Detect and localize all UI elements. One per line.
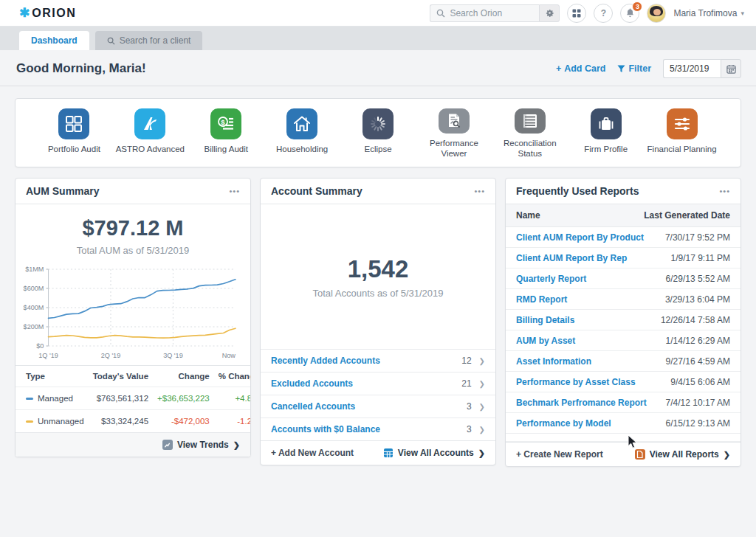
- search-input[interactable]: [450, 8, 531, 18]
- svg-text:$200M: $200M: [24, 323, 44, 330]
- app-label: Eclipse: [364, 145, 391, 155]
- view-trends-button[interactable]: View Trends ❯: [162, 440, 240, 450]
- report-row[interactable]: Quarterly Report 6/29/13 5:52 AM: [506, 268, 740, 289]
- tab-bar: Dashboard Search for a client: [0, 27, 756, 50]
- list-item-label: Excluded Accounts: [271, 378, 353, 389]
- add-card-button[interactable]: + Add Card: [556, 63, 606, 74]
- date-input[interactable]: [663, 59, 721, 78]
- plus-icon: +: [556, 63, 561, 74]
- report-date: 1/14/12 6:29 AM: [666, 336, 730, 346]
- app-householding[interactable]: Householding: [264, 108, 340, 159]
- app-reconciliation-status[interactable]: Reconciliation Status: [492, 108, 568, 159]
- card-menu-button[interactable]: •••: [719, 187, 730, 195]
- view-all-accounts-button[interactable]: View All Accounts ❯: [383, 448, 485, 458]
- app-billing-audit[interactable]: $ Billing Audit: [188, 108, 264, 159]
- app-label: Performance Viewer: [416, 139, 492, 159]
- report-date: 7/4/12 10:17 AM: [666, 398, 730, 408]
- report-link: Performance by Asset Class: [516, 377, 636, 387]
- search-icon: [436, 9, 445, 18]
- row-type: Unmanaged: [38, 417, 84, 426]
- global-search: [430, 4, 560, 22]
- report-row[interactable]: Performance by Model 6/15/12 9:13 AM: [506, 413, 740, 434]
- report-date: 9/4/15 6:06 AM: [670, 377, 730, 387]
- app-portfolio-audit[interactable]: Portfolio Audit: [36, 108, 112, 159]
- report-link: Asset Information: [516, 356, 591, 367]
- aum-subtitle: Total AUM as of 5/31/2019: [16, 245, 250, 256]
- app-astro-advanced[interactable]: ASTRO Advanced: [112, 108, 188, 159]
- card-title: Account Summary: [271, 185, 362, 197]
- search-settings-button[interactable]: [539, 4, 560, 22]
- app-eclipse[interactable]: Eclipse: [340, 108, 416, 159]
- report-row[interactable]: Asset Information 9/27/16 4:59 AM: [506, 351, 740, 372]
- list-item-count: 3: [467, 401, 472, 412]
- help-button[interactable]: ?: [594, 4, 613, 23]
- list-item-zero-balance[interactable]: Accounts with $0 Balance 3 ❯: [261, 418, 495, 440]
- row-pct: +4.8%: [214, 387, 251, 410]
- apps-grid-icon: [572, 9, 581, 18]
- svg-text:$: $: [221, 118, 226, 126]
- report-date: 3/29/13 6:04 PM: [665, 294, 730, 305]
- list-item-cancelled[interactable]: Cancelled Accounts 3 ❯: [261, 395, 495, 418]
- calendar-button[interactable]: [721, 59, 741, 78]
- report-row[interactable]: Client AUM Report By Rep 1/9/17 9:11 PM: [506, 248, 740, 268]
- notifications-button[interactable]: 3: [620, 4, 639, 23]
- app-label: Portfolio Audit: [48, 145, 100, 155]
- tab-dashboard-label: Dashboard: [31, 35, 78, 46]
- financial-planning-icon: [667, 108, 698, 139]
- eclipse-icon: [362, 108, 394, 139]
- report-link: AUM by Asset: [516, 336, 575, 346]
- report-date: 12/26/14 7:58 AM: [661, 315, 730, 325]
- report-date: 6/15/12 9:13 AM: [666, 418, 730, 429]
- app-performance-viewer[interactable]: Performance Viewer: [416, 108, 492, 159]
- astro-advanced-icon: [134, 108, 165, 139]
- unmanaged-series-swatch: [26, 420, 33, 423]
- search-icon: [107, 37, 115, 45]
- report-row[interactable]: Client AUM Report By Product 7/30/17 9:5…: [506, 227, 740, 248]
- list-item-excluded[interactable]: Excluded Accounts 21 ❯: [261, 372, 495, 395]
- report-row[interactable]: RMD Report 3/29/13 6:04 PM: [506, 289, 740, 310]
- report-link: Quarterly Report: [516, 274, 586, 284]
- filter-button[interactable]: Filter: [617, 63, 651, 74]
- report-row[interactable]: AUM by Asset 1/14/12 6:29 AM: [506, 330, 740, 351]
- trend-chart-icon: [162, 440, 173, 450]
- list-item-recently-added[interactable]: Recently Added Accounts 12 ❯: [261, 349, 495, 372]
- reconciliation-status-icon: [515, 108, 546, 134]
- portfolio-audit-icon: [58, 108, 89, 139]
- app-launcher-card: Portfolio Audit ASTRO Advanced $ Billing…: [15, 98, 741, 167]
- tab-client-search[interactable]: Search for a client: [95, 31, 203, 50]
- card-menu-button[interactable]: •••: [229, 187, 240, 195]
- account-summary-card: Account Summary ••• 1,542 Total Accounts…: [260, 178, 496, 465]
- view-all-reports-button[interactable]: View All Reports ❯: [635, 449, 730, 460]
- table-row-unmanaged: Unmanaged $33,324,245 -$472,003 -1.2%: [16, 410, 251, 433]
- chevron-right-icon: ❯: [479, 380, 485, 388]
- col-header-value: Today's Value: [89, 366, 153, 387]
- report-row[interactable]: Billing Details 12/26/14 7:58 AM: [506, 310, 740, 330]
- list-item-label: Cancelled Accounts: [271, 401, 355, 412]
- accounts-grid-icon: [383, 448, 394, 458]
- svg-text:2Q '19: 2Q '19: [101, 352, 121, 359]
- app-label: Householding: [276, 145, 328, 155]
- add-new-account-button[interactable]: + Add New Account: [271, 448, 354, 458]
- notification-badge: 3: [632, 1, 642, 12]
- tab-dashboard[interactable]: Dashboard: [19, 31, 89, 50]
- app-firm-profile[interactable]: Firm Profile: [568, 108, 644, 159]
- create-new-report-button[interactable]: + Create New Report: [516, 449, 603, 460]
- logo-text: ORION: [32, 7, 76, 20]
- view-all-reports-label: View All Reports: [650, 449, 719, 460]
- col-header-pct: % Change: [214, 366, 251, 387]
- user-avatar[interactable]: [647, 4, 666, 23]
- report-row[interactable]: Bechmark Perfromance Report 7/4/12 10:17…: [506, 392, 740, 413]
- list-item-label: Accounts with $0 Balance: [271, 424, 380, 434]
- col-header-type: Type: [16, 366, 89, 387]
- report-date: 7/30/17 9:52 PM: [665, 232, 730, 243]
- svg-text:$1MM: $1MM: [25, 266, 44, 273]
- search-field-wrap: [430, 4, 539, 22]
- list-item-count: 12: [461, 356, 471, 366]
- svg-text:1Q '19: 1Q '19: [38, 352, 58, 359]
- chevron-right-icon: ❯: [479, 357, 485, 365]
- card-menu-button[interactable]: •••: [474, 187, 485, 195]
- app-financial-planning[interactable]: Financial Planning: [644, 108, 720, 159]
- user-menu[interactable]: Maria Trofimova ▾: [673, 8, 744, 18]
- report-row[interactable]: Performance by Asset Class 9/4/15 6:06 A…: [506, 372, 740, 392]
- apps-menu-button[interactable]: [567, 4, 586, 23]
